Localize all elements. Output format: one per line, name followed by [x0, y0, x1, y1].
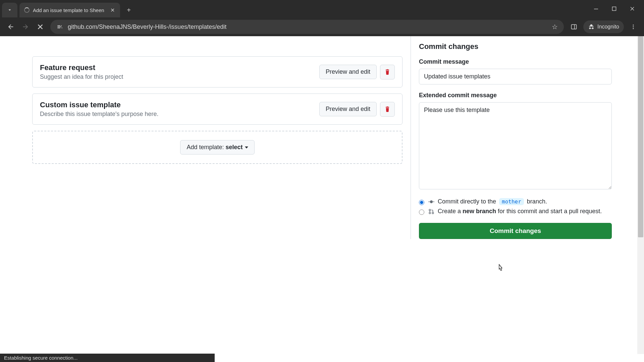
close-icon	[630, 6, 635, 11]
chevron-down-icon	[7, 8, 12, 12]
commit-message-input[interactable]	[419, 69, 612, 84]
new-tab-button[interactable]: +	[123, 4, 135, 16]
svg-rect-1	[612, 7, 616, 11]
incognito-icon	[588, 23, 595, 30]
svg-point-11	[429, 212, 431, 214]
template-title: Custom issue template	[40, 101, 319, 109]
commit-newbranch-radio[interactable]	[419, 209, 424, 215]
tab-search-dropdown[interactable]	[2, 3, 17, 17]
delete-template-button[interactable]	[380, 102, 395, 117]
template-card: Custom issue template Describe this issu…	[32, 94, 402, 125]
stop-icon	[37, 24, 43, 30]
browser-menu-button[interactable]	[626, 19, 641, 34]
browser-toolbar: github.com/SheenaJNS/Beverly-Hills-/issu…	[0, 17, 644, 36]
svg-rect-0	[594, 9, 598, 9]
back-button[interactable]	[3, 19, 18, 34]
preview-edit-button[interactable]: Preview and edit	[319, 102, 377, 116]
browser-tab[interactable]: Add an issue template to Sheen ✕	[19, 3, 120, 17]
url-text: github.com/SheenaJNS/Beverly-Hills-/issu…	[68, 23, 226, 31]
add-template-prefix: Add template:	[186, 144, 225, 150]
trash-icon	[384, 106, 391, 113]
svg-point-2	[61, 25, 62, 26]
preview-edit-button[interactable]: Preview and edit	[319, 65, 377, 79]
branch-chip: mother	[499, 198, 524, 205]
commit-changes-button[interactable]: Commit changes	[419, 223, 612, 239]
maximize-button[interactable]	[605, 3, 623, 15]
site-settings-icon[interactable]	[56, 23, 63, 30]
extended-message-label: Extended commit message	[419, 92, 612, 99]
window-controls	[587, 3, 644, 15]
maximize-icon	[612, 6, 616, 11]
commit-panel-title: Commit changes	[419, 42, 612, 51]
arrow-left-icon	[7, 23, 14, 31]
extended-message-textarea[interactable]	[419, 102, 612, 189]
svg-point-12	[432, 212, 434, 214]
template-title: Feature request	[40, 63, 319, 72]
template-card: Feature request Suggest an idea for this…	[32, 56, 402, 87]
arrow-right-icon	[22, 23, 29, 31]
incognito-indicator[interactable]: Incognito	[583, 20, 624, 33]
stop-reload-button[interactable]	[33, 19, 48, 34]
templates-list: Feature request Suggest an idea for this…	[32, 36, 402, 239]
commit-direct-text: Commit directly to the mother branch.	[438, 198, 547, 205]
side-panel-button[interactable]	[567, 19, 581, 34]
loading-spinner-icon	[24, 7, 30, 13]
svg-point-7	[633, 26, 634, 27]
trash-icon	[384, 69, 391, 75]
caret-down-icon	[245, 146, 248, 148]
delete-template-button[interactable]	[380, 65, 395, 79]
commit-message-label: Commit message	[419, 58, 612, 65]
incognito-label: Incognito	[597, 24, 619, 30]
address-bar[interactable]: github.com/SheenaJNS/Beverly-Hills-/issu…	[50, 20, 564, 34]
scrollbar-thumb[interactable]	[638, 36, 643, 237]
svg-point-3	[62, 27, 62, 28]
template-description: Describe this issue template's purpose h…	[40, 111, 319, 118]
close-window-button[interactable]	[623, 3, 641, 15]
browser-status-bar: Establishing secure connection...	[0, 354, 215, 362]
template-description: Suggest an idea for this project	[40, 73, 319, 80]
commit-newbranch-text: Create a new branch for this commit and …	[438, 208, 602, 215]
svg-point-6	[633, 24, 634, 25]
commit-panel: Commit changes Commit message Extended c…	[411, 36, 612, 239]
scrollbar[interactable]	[637, 36, 644, 354]
bookmark-star-icon[interactable]: ☆	[552, 23, 558, 31]
svg-point-8	[633, 28, 634, 29]
commit-direct-option[interactable]: Commit directly to the mother branch.	[419, 198, 612, 205]
close-tab-icon[interactable]: ✕	[110, 7, 115, 13]
commit-direct-radio[interactable]	[419, 200, 424, 205]
add-template-select: select	[226, 144, 243, 150]
minimize-icon	[594, 6, 598, 11]
tab-title: Add an issue template to Sheen	[33, 7, 110, 13]
browser-tab-strip: Add an issue template to Sheen ✕ +	[0, 0, 644, 17]
svg-rect-4	[572, 24, 577, 29]
svg-point-10	[429, 209, 431, 211]
add-template-area: Add template: select	[32, 131, 402, 164]
add-template-dropdown[interactable]: Add template: select	[180, 140, 254, 155]
commit-newbranch-option[interactable]: Create a new branch for this commit and …	[419, 208, 612, 215]
git-commit-icon	[428, 199, 434, 205]
git-pull-request-icon	[428, 208, 434, 215]
minimize-button[interactable]	[587, 3, 605, 15]
panel-icon	[571, 23, 577, 30]
page-viewport: Feature request Suggest an idea for this…	[0, 36, 644, 362]
forward-button[interactable]	[18, 19, 33, 34]
kebab-menu-icon	[630, 24, 636, 30]
